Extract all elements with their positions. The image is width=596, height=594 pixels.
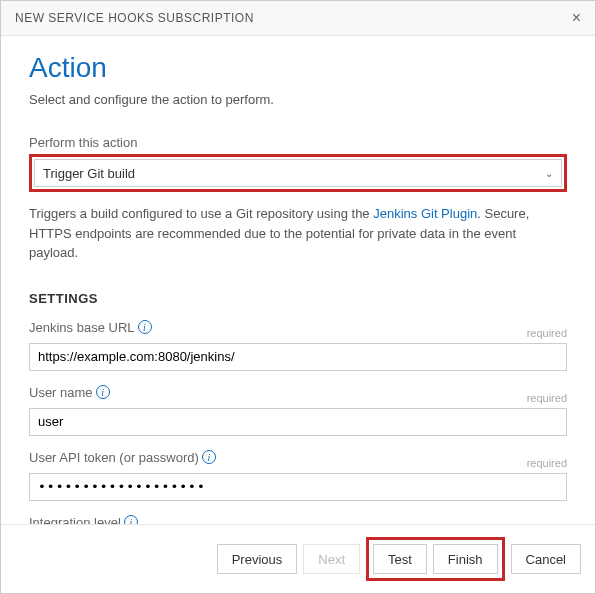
info-icon[interactable]: i xyxy=(202,450,216,464)
dialog-content: Action Select and configure the action t… xyxy=(1,36,595,580)
token-hint: required xyxy=(527,457,567,469)
dialog-footer: Previous Next Test Finish Cancel xyxy=(1,524,595,593)
token-input[interactable] xyxy=(29,473,567,501)
dialog-title: NEW SERVICE HOOKS SUBSCRIPTION xyxy=(15,11,254,25)
cancel-button[interactable]: Cancel xyxy=(511,544,581,574)
finish-button[interactable]: Finish xyxy=(433,544,498,574)
baseurl-label: Jenkins base URL i xyxy=(29,320,152,335)
username-hint: required xyxy=(527,392,567,404)
jenkins-plugin-link[interactable]: Jenkins Git Plugin xyxy=(373,206,477,221)
info-icon[interactable]: i xyxy=(138,320,152,334)
action-select[interactable]: Trigger Git build ⌄ xyxy=(34,159,562,187)
token-label: User API token (or password) i xyxy=(29,450,216,465)
page-title: Action xyxy=(29,52,567,84)
desc-part1: Triggers a build configured to use a Git… xyxy=(29,206,373,221)
info-icon[interactable]: i xyxy=(96,385,110,399)
page-subtitle: Select and configure the action to perfo… xyxy=(29,92,567,107)
next-button: Next xyxy=(303,544,360,574)
dialog-header: NEW SERVICE HOOKS SUBSCRIPTION × xyxy=(1,1,595,36)
close-icon[interactable]: × xyxy=(572,9,581,27)
baseurl-input[interactable] xyxy=(29,343,567,371)
settings-header: SETTINGS xyxy=(29,291,567,306)
username-label: User name i xyxy=(29,385,110,400)
previous-button[interactable]: Previous xyxy=(217,544,298,574)
action-description: Triggers a build configured to use a Git… xyxy=(29,204,567,263)
test-button[interactable]: Test xyxy=(373,544,427,574)
action-select-value: Trigger Git build xyxy=(43,166,135,181)
baseurl-hint: required xyxy=(527,327,567,339)
action-select-highlight: Trigger Git build ⌄ xyxy=(29,154,567,192)
username-input[interactable] xyxy=(29,408,567,436)
action-label: Perform this action xyxy=(29,135,567,150)
action-buttons-highlight: Test Finish xyxy=(366,537,505,581)
chevron-down-icon: ⌄ xyxy=(545,168,553,179)
